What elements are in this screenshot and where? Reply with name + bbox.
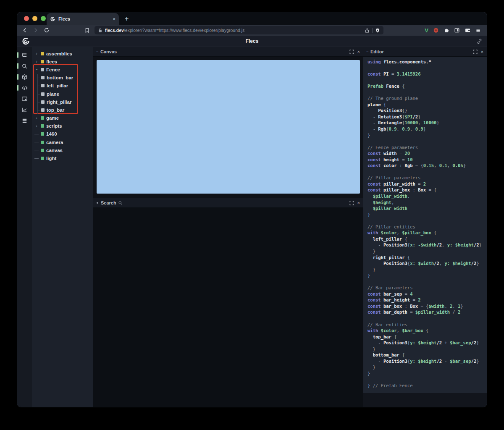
code-line[interactable]: // Pillar entities [368, 224, 483, 230]
tree-item-light[interactable]: light [32, 154, 93, 162]
close-icon[interactable]: × [357, 200, 360, 205]
sidebar-item-canvas[interactable] [17, 71, 32, 82]
sidebar-item-entity-tree[interactable] [17, 50, 32, 60]
code-line[interactable] [368, 65, 483, 71]
code-line[interactable]: // The ground plane [368, 95, 483, 102]
code-line[interactable]: - Position3{x: $width/2, y: $height/2} [368, 260, 483, 267]
wallet-icon[interactable] [465, 27, 471, 33]
code-line[interactable]: - Position3{x: -$width/2, y: $height/2} [368, 242, 483, 248]
code-line[interactable]: } [368, 364, 483, 370]
code-line[interactable]: with $color, $pillar_box { [368, 230, 483, 236]
code-line[interactable]: const pillar_box : Box = { [368, 187, 483, 193]
code-line[interactable]: - Position3{} [368, 108, 483, 114]
code-line[interactable]: - Rgb{0.9, 0.9, 0.9} [368, 126, 483, 132]
code-line[interactable]: left_pillar { [368, 236, 483, 242]
code-line[interactable] [368, 169, 483, 175]
new-tab-button[interactable]: + [125, 15, 129, 23]
code-line[interactable] [368, 89, 483, 96]
code-line[interactable]: // Bar entities [368, 322, 483, 328]
code-line[interactable]: // Fence parameters [368, 144, 483, 151]
code-line[interactable] [368, 376, 483, 383]
code-line[interactable]: } [368, 132, 483, 139]
chevron-down-icon[interactable]: › [95, 51, 100, 52]
reload-button[interactable] [42, 26, 51, 34]
tree-item-game[interactable]: ›game [32, 114, 93, 122]
sidebar-item-statistics[interactable] [17, 104, 32, 115]
search-results-area[interactable] [93, 208, 363, 407]
tree-toggle-icon[interactable]: › [34, 59, 39, 64]
code-line[interactable]: } [368, 212, 483, 218]
code-line[interactable]: const height = 10 [368, 157, 483, 163]
close-icon[interactable]: × [481, 49, 483, 54]
code-line[interactable]: plane { [368, 102, 483, 108]
tree-item-bottom_bar[interactable]: bottom_bar [32, 74, 93, 82]
sidebar-item-query[interactable] [17, 60, 32, 71]
editor-panel-header[interactable]: › Editor × [363, 47, 487, 57]
tree-item-plane[interactable]: plane [32, 90, 93, 98]
code-line[interactable]: } [368, 267, 483, 273]
sidebar-toggle-icon[interactable] [454, 27, 460, 33]
zoom-window-button[interactable] [41, 16, 46, 21]
share-icon[interactable] [365, 28, 370, 33]
code-line[interactable]: } [368, 248, 483, 254]
code-line[interactable]: } // Prefab Fence [368, 383, 483, 389]
browser-tab[interactable]: Flecs × [47, 13, 119, 25]
code-line[interactable] [368, 315, 483, 322]
tree-item-flecs[interactable]: ›flecs [32, 58, 93, 66]
code-line[interactable]: - Position3{y: $height/2 - $bar_sep/2} [368, 358, 483, 364]
tree-item-Fence[interactable]: ›Fence [32, 66, 93, 73]
back-button[interactable] [21, 26, 29, 34]
code-line[interactable]: } [368, 273, 483, 279]
sidebar-item-inspector[interactable] [17, 93, 32, 104]
tab-close-icon[interactable]: × [113, 16, 116, 21]
code-line[interactable] [368, 279, 483, 285]
code-line[interactable] [368, 77, 483, 84]
tree-item-1460[interactable]: 1460 [32, 130, 93, 138]
code-line[interactable]: const bar_sep = 4 [368, 291, 483, 297]
expand-icon[interactable] [473, 50, 478, 54]
tree-item-top_bar[interactable]: top_bar [32, 106, 93, 114]
editor-code[interactable]: using flecs.components.* const PI = 3.14… [363, 57, 487, 393]
bookmark-icon[interactable] [83, 26, 91, 34]
vue-devtools-extension-icon[interactable]: V [425, 27, 428, 34]
code-line[interactable]: - Position3{y: $height/2 + $bar_sep/2} [368, 340, 483, 346]
code-line[interactable]: const width = 20 [368, 150, 483, 157]
code-line[interactable]: const bar_depth = $pillar_width / 2 [368, 309, 483, 315]
code-line[interactable]: const bar_box : Box = {$width, 2, 1} [368, 303, 483, 309]
chevron-down-icon[interactable]: › [365, 51, 370, 52]
tree-item-right_pillar[interactable]: right_pillar [32, 98, 93, 106]
tree-item-scripts[interactable]: ›scripts [32, 122, 93, 130]
code-line[interactable]: const bar_height = 2 [368, 297, 483, 303]
code-line[interactable]: $pillar_width [368, 205, 483, 212]
tree-toggle-icon[interactable]: › [34, 68, 39, 72]
close-window-button[interactable] [24, 16, 29, 21]
tree-toggle-icon[interactable]: › [34, 51, 39, 56]
code-line[interactable]: } [368, 346, 483, 352]
code-line[interactable]: $height, [368, 199, 483, 206]
red-hexagon-extension-icon[interactable] [433, 27, 439, 33]
code-line[interactable]: // Bar parameters [368, 285, 483, 291]
sidebar-item-logs[interactable] [17, 115, 32, 126]
code-line[interactable]: using flecs.components.* [368, 59, 483, 65]
tree-item-assemblies[interactable]: ›assemblies [32, 50, 93, 58]
code-line[interactable]: bottom_bar { [368, 352, 483, 358]
code-line[interactable]: Prefab Fence { [368, 83, 483, 89]
code-line[interactable]: with $color, $bar_box { [368, 328, 483, 334]
forward-button[interactable] [32, 26, 40, 34]
tree-item-canvas[interactable]: canvas [32, 146, 93, 154]
code-line[interactable]: const PI = 3.1415926 [368, 71, 483, 77]
minimize-window-button[interactable] [32, 16, 37, 21]
canvas-3d-viewport[interactable] [97, 60, 360, 194]
code-line[interactable]: } [368, 370, 483, 377]
code-line[interactable]: top_bar { [368, 334, 483, 340]
expand-icon[interactable] [349, 50, 354, 54]
search-panel-header[interactable]: Search × [93, 198, 363, 208]
sidebar-item-editor[interactable] [17, 82, 32, 93]
menu-icon[interactable] [475, 28, 481, 33]
code-line[interactable]: - Rotation3{$PI/2} [368, 114, 483, 120]
close-icon[interactable]: × [357, 49, 360, 54]
extensions-puzzle-icon[interactable] [444, 27, 449, 33]
code-line[interactable]: right_pillar { [368, 254, 483, 261]
code-line[interactable] [368, 138, 483, 144]
canvas-panel-header[interactable]: › Canvas × [93, 47, 363, 57]
